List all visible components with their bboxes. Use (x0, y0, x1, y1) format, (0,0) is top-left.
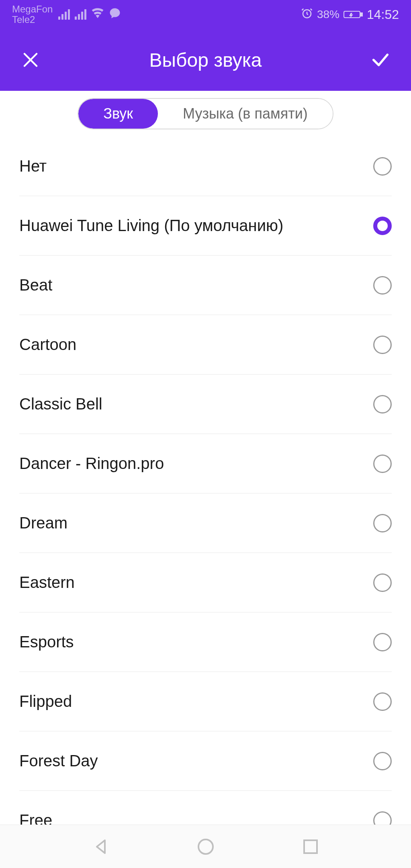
radio-icon[interactable] (373, 276, 392, 295)
sound-item[interactable]: Esports (19, 612, 392, 672)
sound-item[interactable]: Dream (19, 493, 392, 553)
sound-label: Esports (19, 633, 74, 651)
battery-icon (344, 10, 363, 19)
svg-rect-4 (304, 840, 317, 853)
radio-icon[interactable] (373, 573, 392, 592)
wifi-icon (91, 7, 104, 23)
sound-item[interactable]: Нет (19, 137, 392, 196)
carrier-1: MegaFon (12, 4, 53, 14)
time: 14:52 (367, 7, 399, 22)
sound-item[interactable]: Huawei Tune Living (По умолчанию) (19, 196, 392, 256)
svg-point-3 (198, 839, 213, 854)
nav-recent-button[interactable] (300, 836, 321, 857)
app-header: Выбор звука (0, 29, 411, 91)
sound-label: Beat (19, 276, 52, 294)
sound-label: Eastern (19, 573, 75, 592)
nav-back-button[interactable] (90, 836, 111, 857)
navigation-bar (0, 825, 411, 868)
radio-icon[interactable] (373, 395, 392, 414)
sound-label: Free (19, 811, 52, 825)
nav-home-button[interactable] (195, 836, 216, 857)
sound-list[interactable]: НетHuawei Tune Living (По умолчанию)Beat… (0, 137, 411, 825)
signal-bars-1-icon (58, 9, 70, 20)
sound-item[interactable]: Beat (19, 256, 392, 315)
radio-icon[interactable] (373, 752, 392, 770)
radio-icon[interactable] (373, 217, 392, 235)
sound-item[interactable]: Forest Day (19, 731, 392, 791)
radio-icon[interactable] (373, 157, 392, 176)
radio-icon[interactable] (373, 633, 392, 651)
radio-icon[interactable] (373, 454, 392, 473)
sound-item[interactable]: Eastern (19, 553, 392, 612)
svg-rect-2 (361, 13, 362, 16)
sound-label: Flipped (19, 692, 72, 710)
tabs: Звук Музыка (в памяти) (78, 98, 333, 129)
page-title: Выбор звука (149, 49, 262, 71)
sound-item[interactable]: Flipped (19, 672, 392, 731)
carriers: MegaFon Tele2 (12, 4, 53, 25)
radio-icon[interactable] (373, 514, 392, 532)
sound-label: Dancer - Ringon.pro (19, 454, 164, 473)
sound-label: Cartoon (19, 336, 76, 354)
content-area: Звук Музыка (в памяти) НетHuawei Tune Li… (0, 91, 411, 825)
radio-icon[interactable] (373, 336, 392, 354)
tab-sound[interactable]: Звук (78, 99, 158, 129)
tab-music[interactable]: Музыка (в памяти) (158, 99, 333, 129)
signal-icons (58, 7, 121, 23)
sound-label: Dream (19, 514, 67, 532)
status-right: 38% 14:52 (301, 7, 399, 22)
tabs-container: Звук Музыка (в памяти) (0, 91, 411, 137)
radio-icon[interactable] (373, 811, 392, 825)
sound-item[interactable]: Cartoon (19, 315, 392, 375)
sound-label: Нет (19, 157, 47, 175)
sound-label: Forest Day (19, 752, 98, 770)
radio-icon[interactable] (373, 692, 392, 711)
sound-item[interactable]: Classic Bell (19, 375, 392, 434)
signal-bars-2-icon (75, 9, 86, 20)
status-left: MegaFon Tele2 (12, 4, 121, 25)
sound-label: Classic Bell (19, 395, 102, 413)
battery-pct: 38% (317, 8, 339, 21)
alarm-icon (301, 7, 313, 22)
status-bar: MegaFon Tele2 38% 14:52 (0, 0, 411, 29)
chat-bubble-icon (109, 7, 121, 22)
sound-item[interactable]: Free (19, 791, 392, 825)
sound-label: Huawei Tune Living (По умолчанию) (19, 217, 283, 235)
sound-item[interactable]: Dancer - Ringon.pro (19, 434, 392, 493)
confirm-button[interactable] (369, 49, 392, 71)
close-button[interactable] (19, 49, 42, 71)
carrier-2: Tele2 (12, 14, 53, 25)
